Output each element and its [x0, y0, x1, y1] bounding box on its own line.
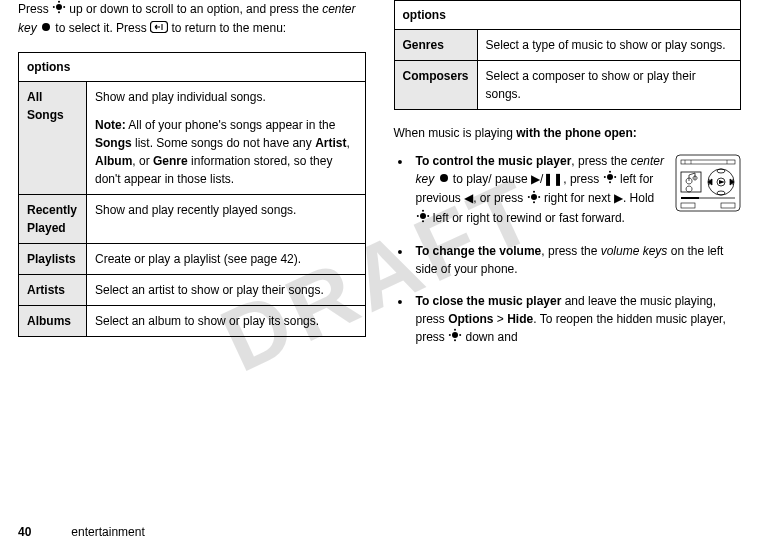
nav-4way-icon	[527, 190, 541, 209]
svg-point-31	[422, 210, 424, 212]
svg-point-24	[614, 176, 616, 178]
svg-point-35	[452, 332, 458, 338]
options-table-2: options Genres Select a type of music to…	[394, 0, 742, 110]
b1-t3: , press	[563, 172, 602, 186]
bullet-list: To control the music player, press the c…	[394, 152, 742, 347]
right-column: options Genres Select a type of music to…	[394, 0, 742, 361]
svg-point-37	[454, 340, 456, 342]
svg-point-29	[538, 196, 540, 198]
nav-4way-icon	[416, 209, 430, 228]
intro-mid1: up or down to scroll to an option, and p…	[66, 2, 322, 16]
options-table-1: options All Songs Show and play individu…	[18, 52, 366, 337]
nav-4way-icon	[52, 0, 66, 19]
svg-point-30	[420, 213, 426, 219]
b1-t6: right for next	[541, 191, 614, 205]
svg-point-32	[422, 220, 424, 222]
row-desc-text: Show and play individual songs.	[95, 90, 266, 104]
svg-rect-10	[681, 197, 699, 199]
table-row: Artists Select an artist to show or play…	[19, 275, 366, 306]
svg-point-3	[53, 6, 55, 8]
intro-prefix: Press	[18, 2, 52, 16]
note-label: Note:	[95, 118, 126, 132]
row-label: Playlists	[19, 244, 87, 275]
b2-bold: To change the volume	[416, 244, 542, 258]
nav-4way-icon	[603, 170, 617, 189]
back-key-icon	[150, 20, 168, 38]
svg-point-21	[609, 171, 611, 173]
options-header-2: options	[394, 1, 741, 30]
svg-point-4	[63, 6, 65, 8]
row-label: Genres	[394, 30, 477, 61]
page-footer: 40entertainment	[18, 523, 145, 541]
playing-bold: with the phone open:	[516, 126, 637, 140]
playing-header: When music is playing with the phone ope…	[394, 124, 742, 142]
music-player-illustration	[675, 154, 741, 217]
svg-point-19	[440, 174, 448, 182]
b1-t7: . Hold	[623, 191, 654, 205]
prev-icon: ◀	[464, 191, 473, 205]
row-label: Composers	[394, 61, 477, 110]
b3-bold: To close the music player	[416, 294, 562, 308]
b1-t8: left or right to rewind or fast forward.	[430, 211, 625, 225]
svg-point-28	[527, 196, 529, 198]
note-c1: ,	[346, 136, 349, 150]
note-genre: Genre	[153, 154, 188, 168]
svg-point-2	[58, 12, 60, 14]
list-item: To close the music player and leave the …	[416, 292, 742, 347]
list-item: To change the volume, press the volume k…	[416, 242, 742, 278]
svg-point-26	[533, 190, 535, 192]
svg-point-27	[533, 201, 535, 203]
page-number: 40	[18, 525, 31, 539]
row-desc: Show and play recently played songs.	[87, 195, 366, 244]
svg-point-38	[449, 334, 451, 336]
svg-point-20	[607, 174, 613, 180]
all-songs-note: Note: All of your phone's songs appear i…	[95, 116, 357, 188]
section-name: entertainment	[71, 525, 144, 539]
row-label: Albums	[19, 306, 87, 337]
left-column: Press up or down to scroll to an option,…	[18, 0, 366, 361]
b1-t2: to play/ pause	[450, 172, 531, 186]
table-row: Composers Select a composer to show or p…	[394, 61, 741, 110]
svg-point-1	[58, 1, 60, 3]
note-p2: list. Some songs do not have any	[132, 136, 315, 150]
row-label: Artists	[19, 275, 87, 306]
table-row: Playlists Create or play a playlist (see…	[19, 244, 366, 275]
center-key-icon	[40, 20, 52, 38]
center-key-icon	[438, 171, 450, 189]
row-desc: Select an album to show or play its song…	[87, 306, 366, 337]
svg-point-36	[454, 329, 456, 331]
row-label: All Songs	[19, 82, 87, 195]
table-row: All Songs Show and play individual songs…	[19, 82, 366, 195]
svg-point-0	[56, 4, 62, 10]
b3-gt: >	[494, 312, 508, 326]
note-p1: All of your phone's songs appear in the	[126, 118, 336, 132]
intro-paragraph: Press up or down to scroll to an option,…	[18, 0, 366, 38]
table-row: Albums Select an album to show or play i…	[19, 306, 366, 337]
note-c2: , or	[132, 154, 153, 168]
b2-t1: , press the	[541, 244, 600, 258]
b1-bold: To control the music player	[416, 154, 572, 168]
note-songs: Songs	[95, 136, 132, 150]
svg-rect-8	[681, 172, 701, 192]
note-album: Album	[95, 154, 132, 168]
options-header-1: options	[19, 53, 366, 82]
row-label: Recently Played	[19, 195, 87, 244]
table-row: Recently Played Show and play recently p…	[19, 195, 366, 244]
intro-mid2: to select it. Press	[52, 21, 150, 35]
svg-point-33	[416, 215, 418, 217]
b1-t1: , press the	[571, 154, 630, 168]
b3-options: Options	[448, 312, 493, 326]
svg-point-22	[609, 182, 611, 184]
intro-suffix: to return to the menu:	[168, 21, 286, 35]
note-artist: Artist	[315, 136, 346, 150]
b3-t3: down and	[462, 330, 517, 344]
b1-t5: , or press	[473, 191, 526, 205]
b2-volkeys: volume keys	[601, 244, 668, 258]
row-desc: Select a composer to show or play their …	[477, 61, 740, 110]
row-desc: Show and play individual songs. Note: Al…	[87, 82, 366, 195]
svg-point-34	[427, 215, 429, 217]
playing-prefix: When music is playing	[394, 126, 517, 140]
table-row: Genres Select a type of music to show or…	[394, 30, 741, 61]
play-pause-icon: ▶/❚❚	[531, 172, 563, 186]
svg-point-5	[42, 23, 50, 31]
